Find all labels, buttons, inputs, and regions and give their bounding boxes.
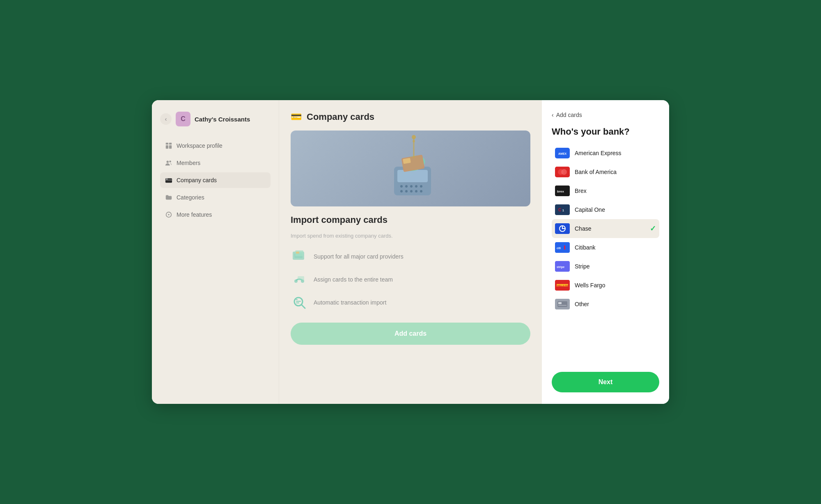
sidebar-item-label: Categories — [177, 194, 204, 201]
bank-item-brex[interactable]: brex Brex — [552, 181, 659, 200]
svg-point-13 — [410, 185, 413, 188]
svg-text:1: 1 — [562, 209, 564, 212]
svg-rect-8 — [166, 179, 168, 180]
card-features: Import company cards Import spend from e… — [291, 215, 530, 311]
bank-name-amex: American Express — [575, 150, 656, 156]
svg-point-32 — [294, 279, 298, 283]
add-cards-button[interactable]: Add cards — [291, 323, 530, 345]
bank-item-other[interactable]: Other — [552, 295, 659, 314]
svg-point-26 — [412, 135, 416, 139]
svg-rect-31 — [296, 252, 299, 254]
svg-point-44 — [561, 169, 567, 175]
sidebar-item-more-features[interactable]: More features — [160, 207, 271, 222]
feature-text-2: Automatic transaction import — [314, 299, 386, 306]
chevron-left-icon: ‹ — [552, 112, 554, 118]
svg-rect-10 — [397, 170, 428, 182]
hero-svg — [353, 134, 468, 204]
gear-icon — [165, 211, 172, 218]
feature-item-0: Support for all major card providers — [291, 248, 530, 265]
bank-list: AMEX American Express Bank of America — [552, 144, 659, 365]
sidebar: ‹ C Cathy's Croissants Workspace profile… — [152, 100, 279, 404]
chevron-left-icon: ‹ — [165, 116, 167, 122]
panel-back-button[interactable]: ‹ Add cards — [552, 112, 659, 118]
bank-logo-citibank: citi — [555, 242, 570, 253]
svg-rect-3 — [169, 145, 172, 149]
svg-point-16 — [400, 190, 403, 192]
bank-logo-stripe: stripe — [555, 261, 570, 272]
svg-point-14 — [415, 185, 417, 188]
svg-point-15 — [420, 185, 422, 188]
bank-item-amex[interactable]: AMEX American Express — [552, 144, 659, 163]
svg-point-20 — [420, 190, 422, 192]
selected-check-icon: ✓ — [650, 224, 656, 233]
svg-rect-54 — [564, 245, 565, 250]
svg-rect-34 — [298, 276, 304, 280]
feature-text-1: Assign cards to the entire team — [314, 276, 393, 283]
bank-name-boa: Bank of America — [575, 169, 656, 175]
bank-item-citibank[interactable]: citi Citibank — [552, 238, 659, 257]
svg-point-12 — [405, 185, 408, 188]
svg-rect-39 — [296, 302, 299, 303]
cards-icon — [165, 176, 172, 184]
sidebar-header: ‹ C Cathy's Croissants — [160, 112, 271, 126]
bank-logo-amex: AMEX — [555, 148, 570, 158]
bank-name-other: Other — [575, 301, 656, 307]
import-subtitle: Import spend from existing company cards… — [291, 233, 530, 239]
bank-logo-wellsfargo: WELLS FARGO — [555, 280, 570, 291]
import-title: Import company cards — [291, 215, 530, 225]
svg-rect-62 — [558, 302, 562, 304]
bank-logo-chase — [555, 223, 570, 234]
bank-logo-capitalone: C 1 — [555, 204, 570, 215]
bank-item-chase[interactable]: Chase ✓ — [552, 219, 659, 238]
svg-text:AMEX: AMEX — [558, 152, 567, 155]
page-header: 💳 Company cards — [291, 112, 530, 122]
svg-point-17 — [405, 190, 408, 192]
svg-point-4 — [167, 161, 169, 163]
svg-text:stripe: stripe — [557, 266, 564, 269]
app-container: ‹ C Cathy's Croissants Workspace profile… — [152, 100, 669, 404]
next-button[interactable]: Next — [552, 372, 659, 392]
bank-item-wellsfargo[interactable]: WELLS FARGO Wells Fargo — [552, 276, 659, 295]
sidebar-item-members[interactable]: Members — [160, 155, 271, 171]
folder-icon — [165, 194, 172, 201]
sidebar-item-categories[interactable]: Categories — [160, 190, 271, 205]
sidebar-item-label: Workspace profile — [177, 142, 222, 149]
svg-text:brex: brex — [557, 190, 564, 193]
workspace-name: Cathy's Croissants — [195, 116, 250, 123]
svg-point-18 — [410, 190, 413, 192]
main-content: 💳 Company cards — [279, 100, 542, 404]
svg-rect-0 — [166, 143, 168, 145]
bank-name-brex: Brex — [575, 188, 656, 194]
bank-name-wellsfargo: Wells Fargo — [575, 282, 656, 289]
bank-item-capitalone[interactable]: C 1 Capital One — [552, 200, 659, 219]
bank-name-citibank: Citibank — [575, 244, 656, 251]
bank-item-stripe[interactable]: stripe Stripe — [552, 257, 659, 276]
back-button[interactable]: ‹ — [160, 113, 172, 125]
sidebar-item-label: Company cards — [177, 177, 217, 183]
avatar: C — [176, 112, 190, 126]
svg-text:WELLS FARGO: WELLS FARGO — [557, 284, 570, 287]
svg-line-36 — [302, 305, 305, 308]
feature-item-2: Automatic transaction import — [291, 294, 530, 311]
svg-point-11 — [400, 185, 403, 188]
hero-image — [291, 131, 530, 206]
sidebar-item-company-cards[interactable]: Company cards — [160, 172, 271, 188]
bank-logo-boa — [555, 167, 570, 177]
svg-point-5 — [169, 160, 171, 163]
svg-rect-2 — [166, 145, 168, 149]
grid-icon — [165, 142, 172, 149]
people-icon — [165, 159, 172, 167]
bank-name-stripe: Stripe — [575, 263, 656, 270]
svg-text:C: C — [558, 208, 561, 212]
feature-icon-1 — [291, 271, 308, 288]
svg-rect-37 — [296, 299, 298, 300]
feature-item-1: Assign cards to the entire team — [291, 271, 530, 288]
sidebar-item-label: Members — [177, 160, 200, 166]
feature-icon-2 — [291, 294, 308, 311]
sidebar-item-workspace-profile[interactable]: Workspace profile — [160, 138, 271, 153]
hero-illustration — [291, 131, 530, 206]
bank-name-chase: Chase — [575, 225, 645, 232]
panel-back-label: Add cards — [556, 112, 582, 118]
bank-item-boa[interactable]: Bank of America — [552, 163, 659, 181]
svg-point-19 — [415, 190, 417, 192]
